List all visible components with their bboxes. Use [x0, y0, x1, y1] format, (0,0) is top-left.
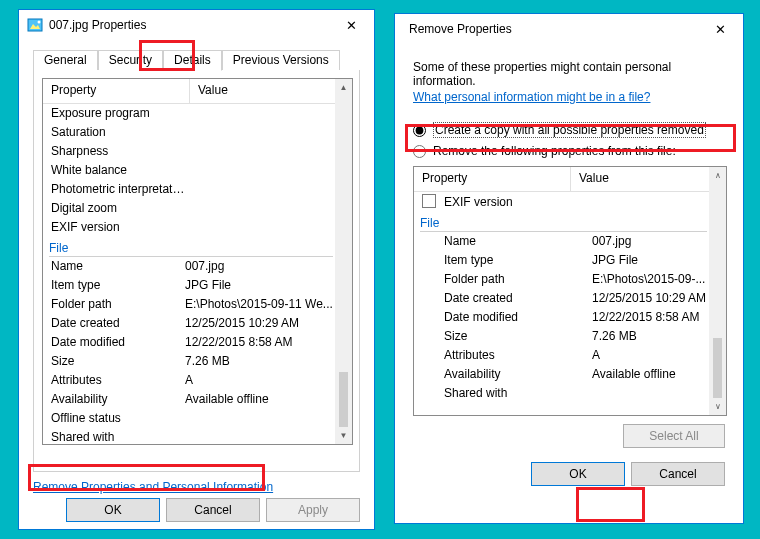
- ok-button[interactable]: OK: [531, 462, 625, 486]
- window-title: Remove Properties: [403, 22, 512, 36]
- list-item[interactable]: AvailabilityAvailable offline: [43, 390, 335, 409]
- header-value[interactable]: Value: [190, 79, 335, 103]
- list-item[interactable]: Saturation: [43, 123, 335, 142]
- what-info-link[interactable]: What personal information might be in a …: [413, 90, 650, 104]
- scroll-down-icon[interactable]: ∨: [709, 398, 726, 415]
- ok-button[interactable]: OK: [66, 498, 160, 522]
- list-item[interactable]: Size7.26 MB: [43, 352, 335, 371]
- property-value: [185, 106, 335, 121]
- list-item[interactable]: AvailabilityAvailable offline: [414, 365, 709, 384]
- list-item[interactable]: Folder pathE:\Photos\2015-09-...: [414, 270, 709, 289]
- property-value: A: [185, 373, 335, 388]
- property-value: 007.jpg: [185, 259, 335, 274]
- apply-button: Apply: [266, 498, 360, 522]
- list-item[interactable]: Date modified12/22/2015 8:58 AM: [414, 308, 709, 327]
- list-item[interactable]: Digital zoom: [43, 199, 335, 218]
- property-value: Available offline: [185, 392, 335, 407]
- property-name: EXIF version: [51, 220, 185, 235]
- list-item[interactable]: Name007.jpg: [43, 257, 335, 276]
- radio-create-copy[interactable]: Create a copy with all possible properti…: [413, 122, 725, 138]
- dialog-buttons: OK Cancel Apply: [19, 494, 374, 530]
- radio-remove-following[interactable]: Remove the following properties from thi…: [413, 144, 725, 158]
- tab-previous-versions[interactable]: Previous Versions: [222, 50, 340, 70]
- header-property[interactable]: Property: [414, 167, 571, 191]
- scroll-thumb[interactable]: [713, 338, 722, 398]
- window-title: 007.jpg Properties: [49, 18, 146, 32]
- radio-create-copy-input[interactable]: [413, 124, 426, 137]
- list-item[interactable]: Exposure program: [43, 104, 335, 123]
- header-property[interactable]: Property: [43, 79, 190, 103]
- property-list: Property Value EXIF version File Name007…: [413, 166, 727, 416]
- dialog-buttons: OK Cancel: [413, 448, 725, 486]
- list-header: Property Value: [414, 167, 709, 192]
- list-item[interactable]: EXIF version: [414, 192, 709, 212]
- scroll-up-icon[interactable]: ∧: [709, 167, 726, 184]
- cancel-button[interactable]: Cancel: [166, 498, 260, 522]
- list-item[interactable]: White balance: [43, 161, 335, 180]
- radio-remove-following-label: Remove the following properties from thi…: [433, 144, 676, 158]
- property-name: Exposure program: [51, 106, 185, 121]
- tab-details[interactable]: Details: [163, 50, 222, 71]
- property-name: Size: [51, 354, 185, 369]
- list-item[interactable]: Name007.jpg: [414, 232, 709, 251]
- property-value: 12/22/2015 8:58 AM: [592, 310, 709, 325]
- list-item[interactable]: Date modified12/22/2015 8:58 AM: [43, 333, 335, 352]
- property-name: Shared with: [51, 430, 185, 444]
- scrollbar[interactable]: ∧ ∨: [709, 167, 726, 415]
- header-value[interactable]: Value: [571, 167, 709, 191]
- property-value: JPG File: [592, 253, 709, 268]
- property-name: Offline status: [51, 411, 185, 426]
- property-value: [592, 386, 709, 401]
- scroll-down-icon[interactable]: ▼: [335, 427, 352, 444]
- property-name: Item type: [51, 278, 185, 293]
- property-name: Folder path: [422, 272, 592, 287]
- property-name: Folder path: [51, 297, 185, 312]
- svg-rect-0: [28, 19, 42, 31]
- property-name: Photometric interpretation: [51, 182, 185, 197]
- select-all-button: Select All: [623, 424, 725, 448]
- list-item[interactable]: AttributesA: [414, 346, 709, 365]
- list-item[interactable]: Sharpness: [43, 142, 335, 161]
- tab-general[interactable]: General: [33, 50, 98, 70]
- list-item[interactable]: Size7.26 MB: [414, 327, 709, 346]
- tab-security[interactable]: Security: [98, 50, 163, 70]
- scroll-up-icon[interactable]: ▲: [335, 79, 352, 96]
- list-item[interactable]: Date created12/25/2015 10:29 AM: [414, 289, 709, 308]
- property-value: [185, 125, 335, 140]
- cancel-button[interactable]: Cancel: [631, 462, 725, 486]
- details-tab-content: Property Value Exposure programSaturatio…: [33, 70, 360, 472]
- property-name: Date modified: [422, 310, 592, 325]
- list-item[interactable]: Shared with: [43, 428, 335, 444]
- svg-point-2: [38, 21, 41, 24]
- remove-properties-link[interactable]: Remove Properties and Personal Informati…: [33, 480, 273, 494]
- list-item[interactable]: Item typeJPG File: [414, 251, 709, 270]
- list-item[interactable]: Item typeJPG File: [43, 276, 335, 295]
- scroll-thumb[interactable]: [339, 372, 348, 427]
- list-item[interactable]: EXIF version: [43, 218, 335, 237]
- list-item[interactable]: Shared with: [414, 384, 709, 403]
- close-button[interactable]: ✕: [329, 10, 374, 40]
- list-item[interactable]: Offline status: [43, 409, 335, 428]
- list-item[interactable]: Folder pathE:\Photos\2015-09-11 We...: [43, 295, 335, 314]
- list-item[interactable]: Date created12/25/2015 10:29 AM: [43, 314, 335, 333]
- list-item[interactable]: Photometric interpretation: [43, 180, 335, 199]
- property-name: Date created: [51, 316, 185, 331]
- scrollbar[interactable]: ▲ ▼: [335, 79, 352, 444]
- titlebar[interactable]: Remove Properties ✕: [395, 14, 743, 44]
- property-name: Digital zoom: [51, 201, 185, 216]
- radio-remove-following-input[interactable]: [413, 145, 426, 158]
- property-name: Name: [422, 234, 592, 249]
- property-list: Property Value Exposure programSaturatio…: [42, 78, 353, 445]
- titlebar[interactable]: 007.jpg Properties ✕: [19, 10, 374, 40]
- close-button[interactable]: ✕: [698, 14, 743, 44]
- property-value: 12/22/2015 8:58 AM: [185, 335, 335, 350]
- property-value: A: [592, 348, 709, 363]
- checkbox-exif-version[interactable]: EXIF version: [422, 194, 570, 210]
- property-value: [185, 411, 335, 426]
- group-file: File: [414, 212, 709, 232]
- list-item[interactable]: AttributesA: [43, 371, 335, 390]
- property-name: White balance: [51, 163, 185, 178]
- property-name: Saturation: [51, 125, 185, 140]
- tab-bar: General Security Details Previous Versio…: [33, 50, 360, 70]
- list-header: Property Value: [43, 79, 335, 104]
